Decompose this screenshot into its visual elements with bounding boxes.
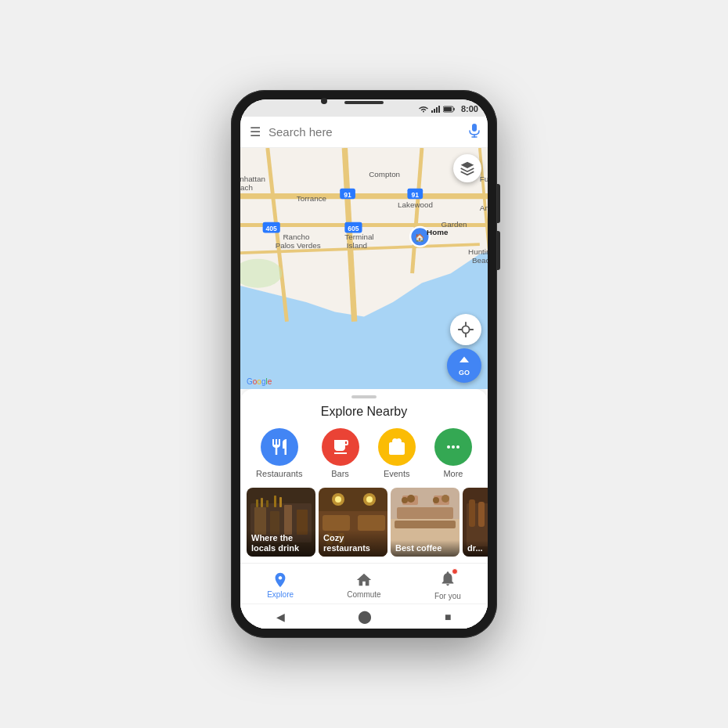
- menu-icon[interactable]: ☰: [248, 123, 262, 141]
- android-nav: ◀ ⬤ ■: [240, 604, 488, 629]
- category-bars[interactable]: Bars: [322, 428, 359, 478]
- svg-point-79: [402, 497, 408, 503]
- bars-icon: [322, 428, 359, 466]
- svg-text:Beach: Beach: [240, 183, 253, 192]
- svg-point-80: [407, 495, 415, 503]
- image-cards: Where the locals drink: [240, 488, 488, 557]
- explore-nav-icon: [272, 571, 289, 589]
- svg-text:Torrance: Torrance: [297, 194, 327, 203]
- notification-badge: [452, 568, 458, 575]
- bottom-sheet: Explore Nearby Restaurants: [240, 389, 488, 629]
- svg-point-81: [433, 497, 439, 503]
- svg-rect-6: [472, 124, 477, 132]
- svg-point-51: [456, 445, 460, 449]
- volume-down-button: [497, 231, 500, 270]
- sheet-handle: [351, 395, 377, 398]
- svg-text:Full...: Full...: [480, 175, 488, 183]
- card-locals[interactable]: Where the locals drink: [247, 488, 315, 557]
- svg-point-49: [447, 445, 450, 449]
- recents-button[interactable]: ■: [445, 611, 451, 623]
- card-drinks-label: dr...: [463, 540, 488, 557]
- svg-point-44: [462, 326, 469, 333]
- app-screen: 8:00 ☰: [240, 99, 488, 629]
- svg-text:Terminal: Terminal: [344, 232, 373, 241]
- signal-icon: [431, 105, 441, 113]
- events-label: Events: [384, 469, 410, 478]
- explore-title: Explore Nearby: [240, 405, 488, 419]
- svg-point-50: [452, 445, 455, 449]
- svg-text:Compton: Compton: [369, 170, 400, 178]
- card-locals-label: Where the locals drink: [247, 530, 315, 557]
- restaurants-icon: [261, 428, 298, 466]
- phone-speaker: [344, 101, 384, 104]
- svg-point-72: [366, 496, 373, 503]
- card-cozy-label: Cozy restaurants: [319, 530, 387, 557]
- phone-device: 8:00 ☰: [231, 90, 497, 638]
- location-button[interactable]: [450, 314, 481, 345]
- svg-rect-3: [438, 106, 440, 113]
- svg-text:Island: Island: [347, 241, 367, 250]
- status-time: 8:00: [461, 104, 478, 114]
- commute-nav-icon: [355, 571, 373, 589]
- battery-icon: [443, 106, 456, 113]
- svg-text:Manhattan: Manhattan: [240, 175, 265, 183]
- svg-point-71: [335, 496, 341, 503]
- commute-nav-label: Commute: [347, 590, 380, 599]
- category-restaurants[interactable]: Restaurants: [256, 428, 302, 478]
- svg-rect-75: [395, 521, 456, 528]
- svg-rect-66: [358, 515, 385, 531]
- map-area[interactable]: 91 91 405 605 Manhattan Beach Torrance C…: [240, 148, 488, 389]
- svg-rect-59: [261, 498, 263, 507]
- svg-text:Rancho: Rancho: [283, 232, 310, 241]
- search-input[interactable]: [268, 125, 463, 139]
- svg-point-82: [441, 495, 449, 503]
- svg-rect-5: [444, 107, 452, 111]
- more-label: More: [443, 469, 463, 478]
- google-logo: Google: [247, 377, 272, 386]
- svg-text:Ana...: Ana...: [480, 204, 488, 212]
- bottom-nav: Explore Commute: [240, 563, 488, 604]
- go-label: GO: [459, 369, 470, 377]
- for-you-nav-label: For you: [434, 592, 461, 600]
- card-coffee-label: Best coffee: [391, 540, 460, 557]
- svg-text:Beach: Beach: [472, 256, 488, 265]
- nav-commute[interactable]: Commute: [347, 571, 380, 599]
- svg-rect-60: [266, 500, 268, 507]
- explore-nav-label: Explore: [267, 590, 294, 599]
- home-button[interactable]: ⬤: [358, 609, 372, 624]
- nav-explore[interactable]: Explore: [267, 571, 294, 599]
- phone-screen: 8:00 ☰: [240, 99, 488, 629]
- more-icon: [434, 428, 472, 466]
- svg-rect-86: [478, 502, 485, 527]
- go-button[interactable]: GO: [447, 348, 481, 383]
- svg-rect-65: [323, 515, 350, 531]
- category-more[interactable]: More: [434, 428, 472, 478]
- categories-row: Restaurants Bars: [240, 428, 488, 478]
- svg-text:Huntington: Huntington: [468, 247, 488, 256]
- phone-camera: [321, 98, 327, 104]
- svg-rect-85: [469, 499, 475, 527]
- svg-text:405: 405: [266, 225, 278, 232]
- nav-for-you[interactable]: For you: [434, 570, 461, 600]
- card-coffee[interactable]: Best coffee: [391, 488, 460, 557]
- svg-rect-62: [279, 497, 282, 507]
- mic-icon[interactable]: [469, 124, 480, 141]
- back-button[interactable]: ◀: [276, 611, 285, 623]
- svg-text:🏠: 🏠: [415, 232, 425, 243]
- volume-up-button: [497, 184, 500, 223]
- map-view: 91 91 405 605 Manhattan Beach Torrance C…: [240, 148, 488, 389]
- layers-button[interactable]: [453, 154, 481, 182]
- wifi-icon: [418, 105, 429, 113]
- category-events[interactable]: Events: [378, 428, 416, 478]
- card-cozy[interactable]: Cozy restaurants: [319, 488, 387, 557]
- card-drinks[interactable]: dr...: [463, 488, 488, 557]
- svg-text:Palos Verdes: Palos Verdes: [276, 241, 321, 250]
- svg-rect-0: [431, 110, 433, 113]
- svg-text:Lakewood: Lakewood: [398, 200, 433, 209]
- svg-rect-2: [436, 107, 438, 113]
- svg-text:91: 91: [344, 191, 351, 199]
- restaurants-label: Restaurants: [256, 469, 302, 478]
- svg-text:Home: Home: [427, 228, 449, 236]
- bars-label: Bars: [331, 469, 349, 478]
- status-icons: 8:00: [418, 104, 478, 114]
